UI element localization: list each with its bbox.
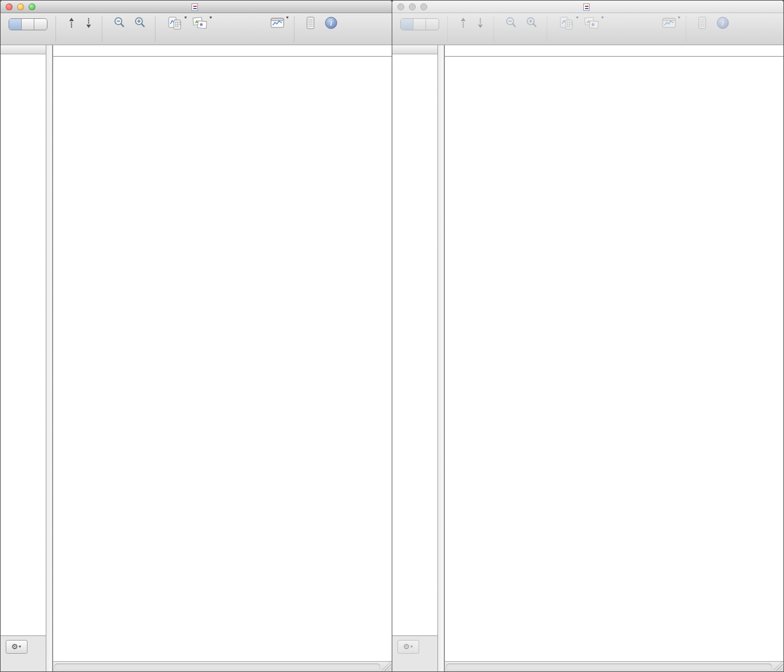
- horizontal-scrollbar[interactable]: [53, 661, 392, 671]
- sidebar-list: [1, 54, 46, 637]
- layout-icon: [661, 16, 677, 31]
- line-tool-button[interactable]: [22, 19, 34, 30]
- sidebar-scrollbar[interactable]: [438, 45, 444, 671]
- sidebar-footer: ⚙▼: [392, 635, 437, 671]
- document-icon: [192, 3, 198, 11]
- info-icon: i: [715, 16, 730, 31]
- sidebar-list: [392, 54, 437, 637]
- resize-grip[interactable]: [774, 662, 783, 671]
- titlebar[interactable]: [392, 1, 783, 13]
- minimize-button[interactable]: [17, 3, 24, 10]
- crosshair-tool-button[interactable]: [401, 19, 413, 30]
- sidebar-scrollbar[interactable]: [46, 45, 53, 671]
- time-axis: [445, 45, 783, 61]
- content-list-icon: [697, 16, 707, 31]
- templates-icon: [583, 16, 600, 31]
- chart-area: [444, 45, 783, 671]
- arrow-down-icon: [84, 16, 93, 31]
- zoom-in-button[interactable]: [134, 16, 146, 32]
- zoom-out-button[interactable]: [505, 16, 518, 32]
- content-sidebar: ⚙▼: [392, 45, 438, 671]
- text-tool-button[interactable]: [426, 19, 439, 30]
- scroll-track[interactable]: [54, 663, 380, 670]
- templates-button[interactable]: ▼: [192, 16, 209, 32]
- crosshair-tool-button[interactable]: [9, 19, 22, 30]
- content-list-icon: [305, 16, 316, 31]
- inspector-button[interactable]: i: [324, 16, 339, 32]
- templates-icon: [192, 16, 209, 31]
- horizontal-scrollbar[interactable]: [445, 661, 783, 671]
- tool-mode-segmented[interactable]: [400, 18, 439, 30]
- zoom-in-button[interactable]: [526, 16, 538, 32]
- scroll-track[interactable]: [446, 663, 772, 670]
- document-icon: [583, 3, 590, 11]
- line-tool-button[interactable]: [413, 19, 426, 30]
- tool-mode-group: [400, 16, 439, 31]
- layout-button[interactable]: ▼: [269, 16, 285, 32]
- info-icon: i: [324, 16, 339, 31]
- chart-area: [53, 45, 392, 671]
- close-button[interactable]: [6, 3, 13, 10]
- content-button[interactable]: [305, 16, 316, 32]
- content-button[interactable]: [697, 16, 707, 32]
- zoom-button[interactable]: [420, 3, 427, 10]
- zoom-button[interactable]: [29, 3, 35, 10]
- sidebar-footer: ⚙▼: [1, 635, 46, 671]
- inspector-button[interactable]: i: [715, 16, 730, 32]
- window-daily: ▼ ▼ ▼ i: [392, 0, 784, 672]
- layout-icon: [269, 16, 285, 31]
- sidebar-header[interactable]: [392, 45, 437, 54]
- window-controls: [397, 3, 427, 10]
- templates-button[interactable]: ▼: [583, 16, 600, 32]
- magnifier-plus-icon: [526, 16, 538, 31]
- zoom-out-button[interactable]: [113, 16, 126, 32]
- magnifier-minus-icon: [113, 16, 126, 31]
- toolbar: ▼ ▼ ▼ i: [392, 13, 783, 45]
- prev-button[interactable]: [459, 16, 468, 32]
- indicators-icon: [166, 16, 184, 31]
- indicators-button[interactable]: ▼: [558, 16, 575, 32]
- window-weekly: ▼ ▼ ▼ i: [0, 0, 392, 672]
- desktop: ▼ ▼ ▼ i: [0, 0, 784, 672]
- action-gear-button[interactable]: ⚙▼: [6, 640, 27, 654]
- titlebar[interactable]: [1, 1, 392, 13]
- resize-grip[interactable]: [382, 662, 391, 671]
- tool-mode-segmented[interactable]: [9, 18, 47, 30]
- arrow-up-icon: [459, 16, 468, 31]
- toolbar: ▼ ▼ ▼ i: [1, 13, 392, 45]
- indicators-icon: [558, 16, 575, 31]
- text-tool-button[interactable]: [34, 19, 47, 30]
- action-gear-button[interactable]: ⚙▼: [397, 640, 419, 654]
- arrow-down-icon: [476, 16, 485, 31]
- next-button[interactable]: [84, 16, 93, 32]
- close-button[interactable]: [397, 3, 404, 10]
- time-axis: [53, 45, 392, 61]
- indicators-button[interactable]: ▼: [166, 16, 184, 32]
- layout-button[interactable]: ▼: [661, 16, 677, 32]
- magnifier-minus-icon: [505, 16, 518, 31]
- tool-mode-group: [9, 16, 47, 31]
- content-sidebar: ⚙▼: [1, 45, 46, 671]
- sidebar-header[interactable]: [1, 45, 46, 54]
- next-button[interactable]: [476, 16, 485, 32]
- arrow-up-icon: [67, 16, 76, 31]
- minimize-button[interactable]: [409, 3, 416, 10]
- magnifier-plus-icon: [134, 16, 146, 31]
- prev-button[interactable]: [67, 16, 76, 32]
- window-controls: [6, 3, 35, 10]
